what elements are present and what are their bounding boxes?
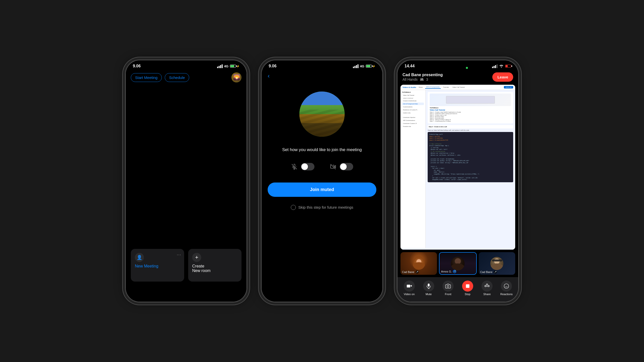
avatar[interactable]: 🌄 [231,72,242,82]
meeting-name: All Hands [403,77,418,81]
front-btn[interactable]: Front [441,281,455,296]
participant-thumb-2[interactable]: Amos G. 🎤 [439,252,476,275]
battery-1: ⚡ [230,65,239,68]
sidebar-chat: Fireside chat [402,125,424,128]
network-type-1: 4G [224,64,228,68]
code-line-7: struct VideoCallApp: App { [429,145,512,146]
step-highlight: Step 3 - Create & Join a call [428,125,513,128]
code-line-17 [429,164,512,165]
more-options-icon[interactable]: ⋯ [177,252,181,257]
reactions-btn[interactable]: Reactions [499,281,513,296]
code-line-5 [429,141,512,143]
code-line-19: let user = User( [429,167,512,169]
mic-toggle-knob [301,163,308,170]
tutorial-title: TUTORIALS [402,92,424,93]
signup-btn: SIGN UP [504,86,513,88]
svg-rect-5 [428,284,429,287]
code-line-15: private let apiKey: String = "REPLACE_WI… [429,160,512,161]
sidebar-setup-project: Create & Authenticate [402,100,424,102]
create-room-card[interactable]: + Create New room [188,249,242,282]
participant-thumb-3[interactable]: Cad Bane 🎤 [479,252,515,275]
presenter-name: Cad Bane presenting [403,73,443,77]
participant-1-label: Cad Bane 🎤 [402,270,419,274]
preview-image [430,94,511,106]
phone-1: 9.06 4G ⚡ Start Meeting Schedule [126,60,247,302]
code-line-22: imageURL: URL(string: "https://getstream… [429,173,512,175]
app-logo: Video & Audio [403,86,416,88]
share-icon [481,281,493,292]
code-line-11: @State var isCallActive = false [429,152,512,154]
video-toggle-switch[interactable] [340,163,353,170]
phone-1-screen: 9.06 4G ⚡ Start Meeting Schedule [126,60,247,302]
meeting-avatar [299,92,345,137]
screen-main: TUTORIALS Video Call Tutorial VIDEO CONT… [400,90,515,248]
status-icons-2: 4G ⚡ [353,64,375,68]
video-on-btn[interactable]: Video on [402,281,416,296]
plus-icon: + [192,253,201,262]
video-call-tutorial: Video Call Tutorial [430,109,511,111]
code-line-20: id: omit, [429,169,512,171]
tutorial-preview: TUTORIALS Video Call Tutorial Step 1 - C… [428,92,513,123]
mic-toggle-switch[interactable] [301,163,314,170]
sidebar-advanced: Useful Links [402,112,424,114]
stop-label: Stop [465,293,470,296]
video-toggle-group [330,163,353,170]
screen-content: Video & Audio Share iOS UI Components Tu… [400,85,515,250]
battery-icon-2 [366,65,372,68]
sidebar-create-join: Join & Foreground Data [402,103,424,105]
network-type-2: 4G [360,64,364,68]
code-line-18: init() { [429,166,512,167]
battery-2: ⚡ [366,65,375,68]
status-icons-3 [492,64,511,68]
code-line-4: import StreamVideoSwiftUI [429,139,512,141]
participant-thumb-1[interactable]: Cad Bane 🎤 [400,252,437,275]
participant-2-name: Amos G. [441,270,452,273]
time-1: 9.06 [133,64,141,68]
screen-sidebar: TUTORIALS Video Call Tutorial VIDEO CONT… [400,90,426,248]
participant-strip: Cad Bane 🎤 Amos G. 🎤 [397,250,518,277]
leave-button[interactable]: Leave [492,72,513,82]
signal-bars-3 [492,64,498,68]
tutorials-section: TUTORIALS [430,107,511,109]
svg-point-16 [504,284,509,288]
code-line-25: ImageURL(items: [items], caller: video_c… [429,179,512,180]
mute-btn[interactable]: Mute [422,281,436,296]
start-meeting-button[interactable]: Start Meeting [131,73,162,82]
participants-icon [420,77,424,81]
reactions-icon [501,281,512,292]
back-button[interactable]: ‹ [268,70,270,81]
code-line-23: ) [429,175,512,176]
join-muted-button[interactable]: Join muted [268,183,376,197]
battery-3 [505,65,511,68]
sidebar-ui: Livestream Custom UI [402,122,424,125]
code-line-24: let call = client.call(callType: "defaul… [429,177,512,178]
sidebar-custom: A/B Customizations [402,119,424,122]
sidebar-streaming: Resilience & Custom P... [402,109,424,111]
share-btn[interactable]: Share [480,281,494,296]
code-line-14: private let client: StreamVideo [429,158,512,160]
new-meeting-label: New Meeting [135,264,180,268]
schedule-button[interactable]: Schedule [165,73,189,82]
code-line-21: name: "Mertis", [429,171,512,173]
sidebar-integration: Livestream Injection [402,116,424,119]
skip-checkbox[interactable] [291,205,296,210]
time-3: 14.44 [405,64,415,68]
landscape-photo [299,92,345,137]
sidebar-customize: Customizations [402,106,424,108]
new-meeting-card[interactable]: 👤 ⋯ New Meeting [131,249,184,282]
nav-share: Share [418,86,424,88]
participant-2-mic: 🎤 [453,270,456,273]
meeting-cards: 👤 ⋯ New Meeting + Create New room [131,249,242,282]
svg-rect-4 [407,285,410,288]
code-line-2: import SwiftUI [429,135,512,137]
code-block: VideoCallApp.swift import SwiftUI import… [428,132,513,182]
join-message: Set how you would like to join the meeti… [282,147,362,153]
svg-point-3 [422,78,423,79]
screen-share-area: Video & Audio Share iOS UI Components Tu… [400,85,515,250]
stop-btn[interactable]: Stop [461,281,475,296]
skip-row[interactable]: Skip this step for future meetings [291,205,353,210]
code-line-16: private var token: String = "REPLACE_WIT… [429,162,512,163]
svg-point-1 [501,67,502,67]
battery-fill-3 [506,65,508,67]
meeting-name-row: All Hands 3 [403,77,443,81]
